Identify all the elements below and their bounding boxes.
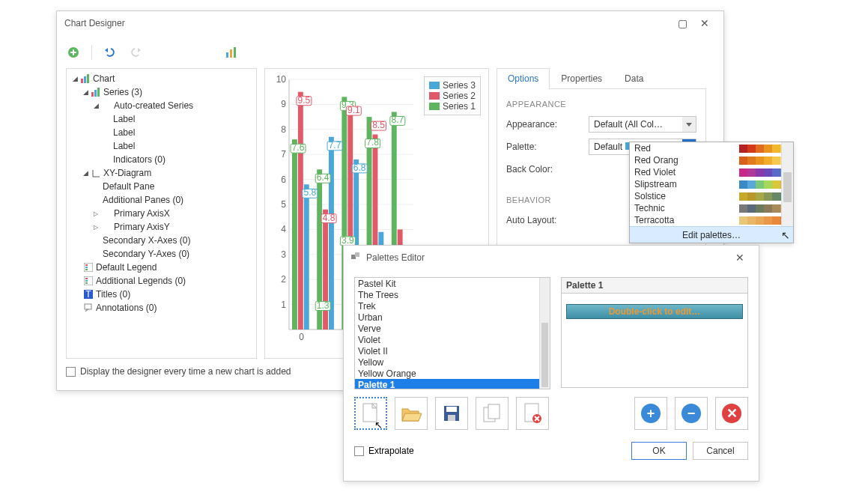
svg-rect-47 (292, 139, 297, 330)
annotation-icon (83, 303, 94, 313)
list-item[interactable]: Yellow (355, 356, 550, 368)
svg-text:7.6: 7.6 (292, 142, 305, 153)
svg-text:T: T (85, 290, 91, 299)
tree-default-legend[interactable]: Default Legend (96, 262, 157, 273)
window-title: Chart Designer (64, 18, 125, 28)
editor-icon (351, 252, 362, 263)
list-item[interactable]: Pastel Kit (355, 278, 550, 289)
svg-rect-51 (323, 210, 328, 330)
tree-chart[interactable]: Chart (93, 73, 115, 84)
cancel-button[interactable]: Cancel (693, 442, 748, 460)
tab-properties[interactable]: Properties (550, 68, 613, 88)
palettes-editor-window: Palettes Editor ✕ Pastel KitThe TreesTre… (343, 245, 759, 482)
palette-option[interactable]: Technic (630, 202, 793, 214)
tree-titles[interactable]: Titles (0) (96, 289, 130, 300)
list-item[interactable]: Urban (355, 312, 550, 323)
editor-close-button[interactable]: ✕ (729, 252, 751, 264)
extrapolate-checkbox[interactable] (354, 446, 364, 456)
svg-text:3: 3 (281, 249, 286, 260)
tree-default-pane[interactable]: Default Pane (103, 181, 154, 192)
toolbar (66, 41, 714, 64)
svg-rect-15 (85, 264, 88, 266)
copy-palette-button[interactable] (476, 397, 509, 430)
svg-rect-20 (85, 280, 88, 282)
palette-option[interactable]: Red Orang (630, 154, 793, 166)
list-item[interactable]: Violet (355, 334, 550, 345)
list-item[interactable]: Verve (355, 323, 550, 334)
chart-icon[interactable] (224, 45, 239, 60)
open-palette-button[interactable] (395, 397, 428, 430)
svg-text:7: 7 (281, 149, 286, 160)
appearance-dropdown[interactable]: Default (All Col… (589, 116, 696, 133)
close-button[interactable]: ✕ (693, 17, 716, 29)
palette-option[interactable]: Red Violet (630, 166, 793, 178)
svg-rect-49 (304, 184, 309, 330)
clear-colors-button[interactable]: ✕ (715, 397, 748, 430)
tree-indicators[interactable]: Indicators (0) (113, 154, 166, 165)
tree-primary-axisx[interactable]: Primary AxisX (114, 208, 170, 219)
scrollbar[interactable] (781, 142, 793, 228)
palette-option[interactable]: Red (630, 142, 793, 154)
add-icon[interactable] (66, 45, 81, 60)
svg-text:6: 6 (281, 174, 286, 185)
maximize-button[interactable]: ▢ (671, 17, 693, 29)
tree-view[interactable]: ◢Chart ◢Series (3) ◢Auto-created Series … (66, 68, 257, 359)
svg-text:1.3: 1.3 (317, 300, 330, 311)
palette-name-header[interactable]: Palette 1 (561, 277, 748, 294)
list-item[interactable]: Trek (355, 300, 550, 312)
tree-primary-axisy[interactable]: Primary AxisY (114, 222, 170, 232)
tab-data[interactable]: Data (613, 68, 655, 88)
delete-palette-button[interactable] (516, 397, 549, 430)
palette-option[interactable]: Slipstream (630, 178, 793, 190)
palette-list[interactable]: Pastel KitThe TreesTrekUrbanVerveVioletV… (354, 277, 550, 389)
edit-palettes-button[interactable]: Edit palettes… ↖ (630, 226, 793, 243)
cursor-icon: ↖ (374, 419, 383, 431)
list-item[interactable]: The Trees (355, 289, 550, 300)
tree-additional-panes[interactable]: Additional Panes (0) (103, 195, 183, 205)
tree-sec-y[interactable]: Secondary Y-Axes (0) (103, 249, 189, 259)
svg-text:6.8: 6.8 (353, 163, 366, 173)
tree-series[interactable]: Series (3) (103, 87, 142, 97)
tree-additional-legends[interactable]: Additional Legends (0) (96, 276, 186, 286)
tree-label[interactable]: Label (113, 114, 135, 124)
tree-annotations[interactable]: Annotations (0) (96, 303, 157, 313)
svg-rect-3 (226, 52, 228, 58)
undo-icon[interactable] (103, 45, 118, 60)
tree-label[interactable]: Label (113, 127, 135, 138)
chart-node-icon (80, 73, 91, 84)
tree-auto-series[interactable]: Auto-created Series (114, 100, 193, 111)
list-item[interactable]: Yellow Orange (355, 368, 550, 379)
tree-sec-x[interactable]: Secondary X-Axes (0) (103, 235, 190, 246)
axes-icon (91, 168, 101, 178)
save-palette-button[interactable] (435, 397, 468, 430)
title-icon: T (83, 289, 94, 300)
svg-rect-96 (446, 407, 457, 412)
list-item[interactable]: Violet II (355, 345, 550, 356)
palette-preview[interactable]: Double-click to edit… (561, 294, 748, 388)
svg-rect-9 (91, 92, 94, 97)
ok-button[interactable]: OK (631, 442, 687, 460)
svg-rect-10 (94, 90, 97, 97)
tab-options[interactable]: Options (497, 68, 550, 89)
display-designer-checkbox[interactable] (66, 367, 76, 377)
new-palette-button[interactable]: ↖ (354, 397, 387, 430)
palette-option[interactable]: Solstice (630, 190, 793, 202)
remove-color-button[interactable]: − (675, 397, 708, 430)
svg-text:6.4: 6.4 (317, 172, 330, 183)
svg-text:2: 2 (281, 274, 286, 285)
editor-title: Palettes Editor (366, 252, 425, 263)
display-designer-label: Display the designer every time a new ch… (80, 366, 291, 377)
list-item[interactable]: Palette 1 (355, 379, 550, 389)
svg-rect-8 (87, 74, 89, 83)
tree-xy-diagram[interactable]: XY-Diagram (103, 168, 151, 178)
scrollbar[interactable] (539, 278, 550, 389)
palette-option[interactable]: Terracotta (630, 214, 793, 226)
extrapolate-label: Extrapolate (368, 446, 414, 456)
redo-icon[interactable] (128, 45, 143, 60)
svg-text:8.7: 8.7 (391, 115, 404, 125)
palette-popup: RedRed OrangRed VioletSlipstreamSolstice… (629, 142, 794, 243)
add-color-button[interactable]: + (634, 397, 667, 430)
svg-rect-52 (329, 137, 334, 330)
palette-edit-strip[interactable]: Double-click to edit… (566, 304, 743, 319)
tree-label[interactable]: Label (113, 141, 135, 151)
